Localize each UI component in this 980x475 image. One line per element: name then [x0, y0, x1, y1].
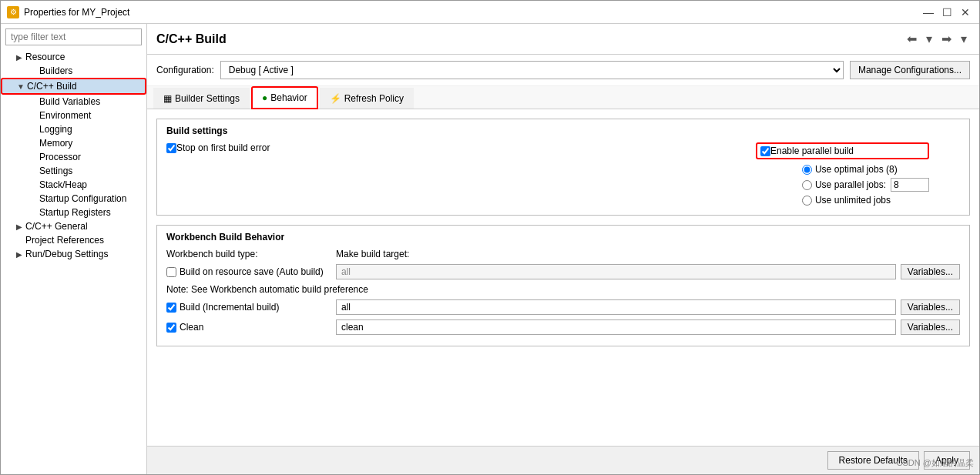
sidebar-item-label: Processor	[39, 152, 81, 162]
bottom-bar: Restore Defaults Apply	[147, 446, 979, 474]
sidebar-item-logging[interactable]: ▶ Logging	[1, 122, 146, 136]
incremental-input[interactable]	[336, 299, 896, 315]
make-target-header: Make build target:	[336, 249, 960, 259]
sidebar-item-stack-heap[interactable]: ▶ Stack/Heap	[1, 178, 146, 192]
refresh-policy-icon: ⚡	[330, 93, 341, 104]
sidebar-item-resource[interactable]: ▶ Resource	[1, 50, 146, 64]
expand-arrow-resource: ▶	[15, 52, 24, 62]
column-headers: Workbench build type: Make build target:	[166, 249, 960, 259]
incremental-build-row: Build (Incremental build) Variables...	[166, 299, 960, 315]
incremental-checkbox[interactable]	[166, 303, 176, 313]
configuration-row: Configuration: Debug [ Active ] Manage C…	[147, 55, 979, 86]
stop-on-error-label: Stop on first build error	[176, 142, 270, 153]
sidebar-item-builders[interactable]: ▶ Builders	[1, 64, 146, 78]
build-type-header: Workbench build type:	[166, 249, 336, 259]
sidebar-item-label: C/C++ Build	[27, 81, 77, 92]
use-optimal-radio[interactable]	[802, 165, 812, 175]
auto-build-input[interactable]	[336, 264, 896, 279]
auto-build-label-wrap: Build on resource save (Auto build)	[166, 266, 336, 277]
auto-build-row: Build on resource save (Auto build) Vari…	[166, 264, 960, 279]
stop-on-error-row: Stop on first build error	[166, 142, 270, 153]
sidebar-item-build-variables[interactable]: ▶ Build Variables	[1, 95, 146, 109]
expand-arrow-cpp-build: ▼	[16, 82, 25, 91]
sidebar-item-environment[interactable]: ▶ Environment	[1, 109, 146, 122]
workbench-title: Workbench Build Behavior	[166, 232, 960, 243]
sidebar-item-cpp-build[interactable]: ▼ C/C++ Build	[1, 78, 146, 95]
clean-variables-button[interactable]: Variables...	[901, 319, 960, 335]
nav-dropdown-btn[interactable]: ▾	[923, 30, 935, 48]
use-unlimited-row: Use unlimited jobs	[802, 195, 929, 206]
note-row: Note: See Workbench automatic build pref…	[166, 284, 960, 295]
sidebar: ▶ Resource ▶ Builders ▼ C/C++ Build ▶ Bu…	[1, 24, 147, 474]
sidebar-item-settings[interactable]: ▶ Settings	[1, 164, 146, 178]
build-settings-section: Build settings Stop on first build error…	[156, 119, 970, 216]
sidebar-item-label: Memory	[39, 138, 72, 149]
sidebar-item-label: Startup Configuration	[39, 193, 126, 204]
back-button[interactable]: ⬅	[904, 30, 920, 48]
behavior-icon: ●	[262, 92, 267, 103]
content-area: ▶ Resource ▶ Builders ▼ C/C++ Build ▶ Bu…	[1, 24, 979, 474]
manage-configurations-button[interactable]: Manage Configurations...	[850, 61, 970, 79]
enable-parallel-label: Enable parallel build	[770, 146, 854, 156]
window-icon: ⚙	[7, 6, 19, 18]
sidebar-item-run-debug-settings[interactable]: ▶ Run/Debug Settings	[1, 247, 146, 261]
incremental-variables-button[interactable]: Variables...	[901, 299, 960, 315]
enable-parallel-checkbox[interactable]	[760, 146, 770, 156]
forward-button[interactable]: ➡	[938, 30, 955, 48]
clean-row: Clean Variables...	[166, 319, 960, 335]
auto-build-input-wrap: Variables...	[336, 264, 960, 279]
build-settings-title: Build settings	[166, 125, 960, 136]
enable-parallel-row: Enable parallel build	[756, 142, 929, 159]
filter-input[interactable]	[5, 28, 142, 45]
sidebar-item-label: Run/Debug Settings	[25, 249, 108, 259]
clean-label-wrap: Clean	[166, 322, 336, 333]
auto-build-label: Build on resource save (Auto build)	[180, 266, 324, 277]
window-controls: — ☐ ✕	[921, 5, 973, 20]
configuration-select[interactable]: Debug [ Active ]	[220, 61, 844, 79]
clean-input[interactable]	[336, 319, 896, 335]
incremental-input-wrap: Variables...	[336, 299, 960, 315]
tab-content: Build settings Stop on first build error…	[147, 109, 979, 446]
use-unlimited-radio[interactable]	[802, 196, 812, 206]
maximize-button[interactable]: ☐	[939, 5, 955, 20]
use-parallel-radio[interactable]	[802, 180, 812, 190]
use-optimal-label: Use optimal jobs (8)	[815, 164, 898, 175]
incremental-label: Build (Incremental build)	[180, 302, 279, 313]
sidebar-item-cpp-general[interactable]: ▶ C/C++ General	[1, 219, 146, 233]
sidebar-item-label: Project References	[25, 235, 104, 246]
sidebar-item-label: Logging	[39, 124, 72, 135]
sidebar-item-processor[interactable]: ▶ Processor	[1, 150, 146, 164]
close-button[interactable]: ✕	[958, 5, 973, 20]
sidebar-item-label: Environment	[39, 110, 91, 121]
sidebar-item-memory[interactable]: ▶ Memory	[1, 136, 146, 150]
sidebar-item-label: Build Variables	[39, 96, 100, 107]
tab-behavior[interactable]: ● Behavior	[251, 86, 318, 109]
panel-header: C/C++ Build ⬅ ▾ ➡ ▾	[147, 24, 979, 55]
expand-arrow-run-debug: ▶	[15, 249, 24, 259]
sidebar-item-project-references[interactable]: ▶ Project References	[1, 233, 146, 247]
panel-nav: ⬅ ▾ ➡ ▾	[904, 30, 970, 48]
minimize-button[interactable]: —	[921, 5, 936, 20]
tab-refresh-policy[interactable]: ⚡ Refresh Policy	[320, 88, 414, 109]
window-title: Properties for MY_Project	[24, 7, 921, 18]
tab-label: Behavior	[270, 92, 307, 103]
tab-label: Refresh Policy	[344, 93, 404, 104]
sidebar-item-label: Resource	[25, 52, 65, 62]
parallel-jobs-spinner[interactable]	[891, 178, 929, 192]
auto-build-checkbox[interactable]	[166, 267, 176, 277]
use-optimal-row: Use optimal jobs (8)	[802, 164, 929, 175]
forward-dropdown-btn[interactable]: ▾	[958, 30, 970, 48]
sidebar-item-label: C/C++ General	[25, 221, 88, 232]
sidebar-item-label: Stack/Heap	[39, 179, 87, 190]
sidebar-item-startup-registers[interactable]: ▶ Startup Registers	[1, 206, 146, 219]
clean-checkbox[interactable]	[166, 323, 176, 333]
builder-settings-icon: ▦	[163, 93, 172, 104]
stop-on-error-checkbox[interactable]	[166, 143, 176, 153]
main-window: ⚙ Properties for MY_Project — ☐ ✕ ▶ Reso…	[0, 0, 980, 475]
tab-builder-settings[interactable]: ▦ Builder Settings	[153, 88, 250, 109]
watermark: CSDN @如烟的温柔	[897, 457, 974, 469]
sidebar-item-label: Startup Registers	[39, 207, 111, 218]
auto-build-variables-button[interactable]: Variables...	[901, 264, 960, 279]
panel-title: C/C++ Build	[156, 32, 227, 46]
sidebar-item-startup-configuration[interactable]: ▶ Startup Configuration	[1, 192, 146, 206]
